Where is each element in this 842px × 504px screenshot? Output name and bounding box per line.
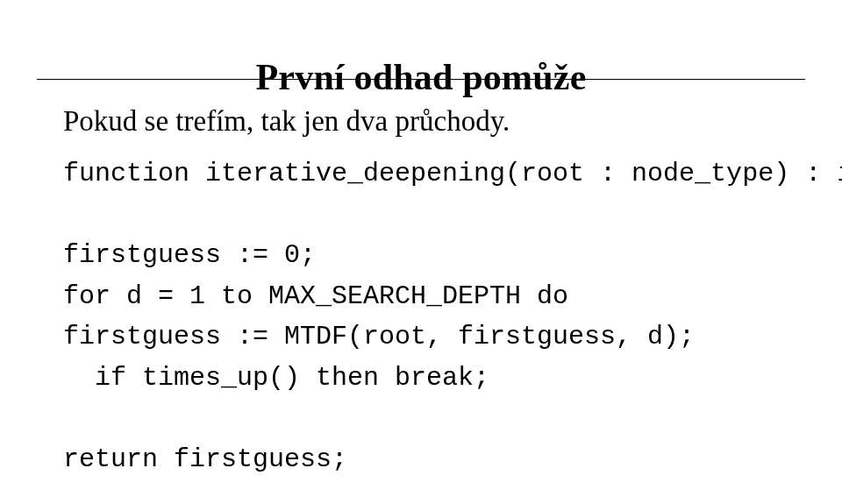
slide-subheading: Pokud se trefím, tak jen dva průchody. — [63, 105, 789, 138]
code-block: function iterative_deepening(root : node… — [63, 153, 789, 479]
code-line: for d = 1 to MAX_SEARCH_DEPTH do — [63, 281, 568, 311]
code-line: firstguess := MTDF(root, firstguess, d); — [63, 322, 695, 351]
slide-title: První odhad pomůže — [53, 56, 789, 98]
top-rule — [37, 79, 805, 80]
code-line: firstguess := 0; — [63, 240, 316, 270]
code-line: if times_up() then break; — [63, 363, 489, 393]
slide-page: První odhad pomůže Pokud se trefím, tak … — [0, 56, 842, 504]
code-line: function iterative_deepening(root : node… — [63, 159, 842, 188]
code-line: return firstguess; — [63, 444, 347, 474]
